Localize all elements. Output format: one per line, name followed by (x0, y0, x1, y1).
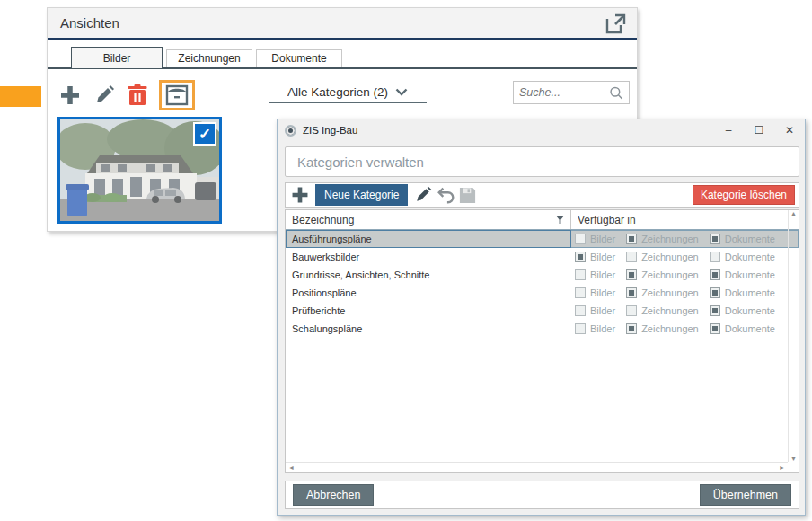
vertical-scrollbar[interactable]: ▲ ▼ (788, 210, 799, 462)
panel-toolbar (58, 80, 195, 110)
search-icon (609, 84, 623, 102)
checkbox-item-dokumente: Dokumente (710, 323, 775, 334)
category-name: Schalungspläne (286, 320, 571, 338)
checkbox-item-dokumente: Dokumente (710, 305, 775, 316)
checkbox-item-bilder: Bilder (575, 252, 615, 262)
scroll-down-icon[interactable]: ▼ (790, 455, 797, 462)
checkbox-label: Zeichnungen (641, 252, 699, 262)
checkbox-label: Dokumente (725, 287, 775, 298)
scroll-right-icon[interactable]: ► (779, 464, 785, 471)
category-filter-label: Alle Kategorien (2) (287, 85, 388, 99)
close-icon[interactable]: ✕ (774, 119, 805, 141)
edit-pencil-icon[interactable] (413, 185, 433, 205)
table-row[interactable]: Grundrisse, Ansichten, SchnitteBilderZei… (286, 266, 799, 284)
checked-checkbox-icon[interactable] (626, 269, 637, 280)
add-icon[interactable] (58, 84, 82, 107)
cancel-button[interactable]: Abbrechen (293, 484, 374, 506)
checkbox-label: Bilder (590, 234, 615, 244)
checkbox-label: Zeichnungen (641, 305, 699, 316)
category-name: Positionspläne (286, 284, 571, 302)
checkbox-item-bilder: Bilder (575, 287, 615, 298)
unchecked-checkbox-icon[interactable] (575, 287, 586, 298)
dialog-window-title: ZIS Ing-Bau (303, 125, 357, 136)
delete-trash-icon[interactable] (127, 84, 148, 107)
unchecked-checkbox-icon[interactable] (626, 252, 637, 262)
checkbox-item-dokumente: Dokumente (710, 287, 775, 298)
table-row[interactable]: SchalungspläneBilderZeichnungenDokumente (286, 320, 799, 338)
category-name: Prüfberichte (286, 302, 571, 320)
checked-checkbox-icon[interactable] (710, 305, 720, 316)
edit-pencil-icon[interactable] (93, 84, 116, 107)
panel-title: Ansichten (60, 15, 119, 31)
unchecked-checkbox-icon[interactable] (575, 305, 586, 316)
apply-button[interactable]: Übernehmen (700, 484, 791, 506)
checked-checkbox-icon[interactable] (710, 269, 720, 280)
new-category-button[interactable]: Neue Kategorie (315, 184, 408, 206)
availability-checkboxes: BilderZeichnungenDokumente (571, 305, 799, 316)
archive-category-icon (165, 84, 189, 106)
checkbox-label: Dokumente (725, 269, 775, 280)
tab-zeichnungen[interactable]: Zeichnungen (166, 49, 252, 67)
image-thumbnail[interactable]: ✓ (57, 117, 222, 224)
maximize-icon[interactable]: ☐ (744, 119, 774, 141)
thumbnail-selected-checkbox[interactable]: ✓ (193, 122, 216, 146)
archive-category-icon-highlight[interactable] (159, 80, 195, 110)
search-box (513, 81, 630, 104)
category-name: Bauwerksbilder (286, 248, 571, 266)
checkbox-label: Zeichnungen (641, 269, 699, 280)
checkbox-label: Zeichnungen (641, 234, 699, 244)
checked-checkbox-icon[interactable] (575, 252, 586, 262)
checked-checkbox-icon[interactable] (710, 234, 720, 244)
checked-checkbox-icon[interactable] (626, 287, 637, 298)
panel-header (48, 8, 637, 38)
dialog-heading: Kategorien verwalten (286, 155, 424, 170)
column-header-bezeichnung[interactable]: Bezeichnung (286, 210, 571, 229)
dialog-heading-box: Kategorien verwalten (285, 146, 799, 177)
availability-checkboxes: BilderZeichnungenDokumente (571, 287, 799, 298)
dialog-titlebar[interactable]: ZIS Ing-Bau – ☐ ✕ (278, 119, 805, 141)
scroll-up-icon[interactable]: ▲ (790, 210, 797, 216)
add-icon[interactable] (290, 185, 310, 205)
table-row[interactable]: AusführungspläneBilderZeichnungenDokumen… (286, 230, 799, 248)
app-logo-icon (285, 125, 296, 137)
category-name: Ausführungspläne (286, 230, 571, 248)
delete-category-button[interactable]: Kategorie löschen (693, 185, 795, 205)
open-external-icon[interactable] (604, 12, 628, 36)
tab-bilder[interactable]: Bilder (71, 47, 163, 68)
tab-dokumente[interactable]: Dokumente (256, 49, 342, 67)
horizontal-scrollbar[interactable]: ◄ ► (286, 462, 788, 472)
undo-icon[interactable] (437, 185, 456, 205)
checkbox-label: Bilder (590, 269, 615, 280)
scroll-left-icon[interactable]: ◄ (288, 464, 295, 471)
checkbox-label: Zeichnungen (641, 287, 699, 298)
unchecked-checkbox-icon[interactable] (575, 234, 586, 244)
search-input[interactable] (519, 86, 609, 99)
category-filter-dropdown[interactable]: Alle Kategorien (2) (269, 85, 427, 103)
checked-checkbox-icon[interactable] (710, 323, 720, 334)
checkbox-item-bilder: Bilder (575, 323, 615, 334)
table-row[interactable]: BauwerksbilderBilderZeichnungenDokumente (286, 248, 799, 266)
table-row[interactable]: PrüfberichteBilderZeichnungenDokumente (286, 302, 799, 320)
save-disk-icon[interactable] (458, 186, 477, 205)
checkbox-label: Dokumente (725, 252, 775, 262)
checkbox-label: Zeichnungen (641, 323, 699, 334)
checkbox-item-zeichnungen: Zeichnungen (626, 305, 699, 316)
panel-title-rule (48, 38, 637, 40)
unchecked-checkbox-icon[interactable] (575, 269, 586, 280)
checkbox-item-zeichnungen: Zeichnungen (626, 323, 699, 334)
filter-funnel-icon[interactable] (555, 215, 565, 225)
column-header-verfuegbar-in[interactable]: Verfügbar in (571, 214, 799, 226)
checked-checkbox-icon[interactable] (626, 234, 637, 244)
checkbox-label: Bilder (590, 305, 615, 316)
checkbox-label: Bilder (590, 252, 615, 262)
unchecked-checkbox-icon[interactable] (575, 323, 586, 334)
unchecked-checkbox-icon[interactable] (626, 305, 637, 316)
checkbox-item-dokumente: Dokumente (710, 234, 775, 244)
table-row[interactable]: PositionspläneBilderZeichnungenDokumente (286, 284, 799, 302)
unchecked-checkbox-icon[interactable] (710, 252, 720, 262)
minimize-icon[interactable]: – (713, 119, 744, 141)
checkbox-item-zeichnungen: Zeichnungen (626, 287, 699, 298)
checkbox-item-dokumente: Dokumente (710, 252, 775, 262)
checked-checkbox-icon[interactable] (626, 323, 637, 334)
checked-checkbox-icon[interactable] (710, 287, 720, 298)
